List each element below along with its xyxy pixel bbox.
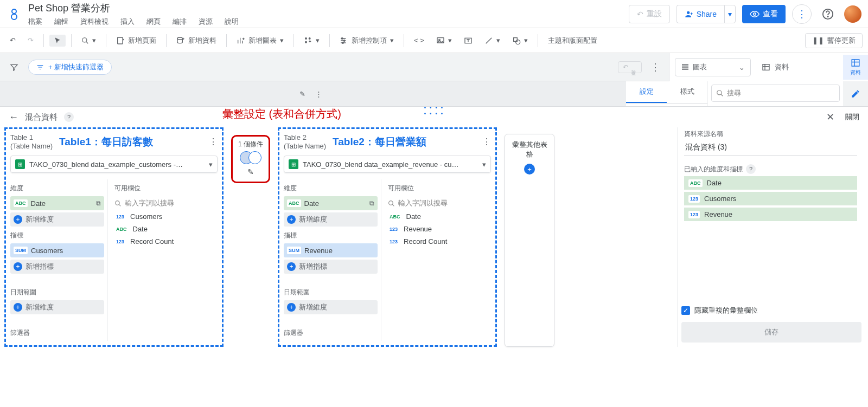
add-daterange-button[interactable]: + 新增維度	[10, 300, 104, 314]
account-avatar[interactable]	[844, 5, 861, 23]
community-viz-button[interactable]: ▾	[299, 34, 324, 47]
table-id-label: Table 2(Table Name)	[284, 133, 326, 150]
menu-arrange[interactable]: 編排	[173, 17, 187, 27]
text-button[interactable]	[459, 34, 477, 47]
add-metric-button[interactable]: + 新增指標	[10, 260, 104, 274]
pointer-tool[interactable]	[49, 35, 66, 47]
output-field-chip[interactable]: ABCDate	[684, 176, 857, 190]
daterange-section-label: 日期範圍	[10, 288, 104, 297]
available-field[interactable]: 123 Cusomers	[114, 210, 218, 223]
canvas-more-icon[interactable]: ⋮	[315, 90, 322, 98]
tab-settings[interactable]: 設定	[626, 81, 667, 103]
menu-help[interactable]: 說明	[225, 17, 239, 27]
aggregate-other-card[interactable]: 彙整其他表格 +	[505, 134, 554, 347]
join-config[interactable]: 1 個條件 ✎	[224, 127, 278, 347]
svg-rect-24	[852, 60, 859, 66]
svg-rect-7	[118, 37, 123, 44]
dimension-section-label: 維度	[284, 184, 378, 193]
embed-button[interactable]: < >	[410, 34, 429, 47]
link-icon: ⧉	[369, 199, 374, 207]
close-button[interactable]: 關閉	[845, 112, 859, 122]
table-annotation: Table1：每日訪客數	[59, 135, 153, 149]
add-control-button[interactable]: 新增控制項 ▾	[335, 34, 398, 48]
reset-small-button[interactable]: ↶重設	[618, 61, 642, 73]
datasource-select[interactable]: ⊞ TAKO_0730_blend data_example_revenue -…	[284, 156, 491, 173]
svg-rect-18	[513, 37, 517, 41]
datasource-name-input[interactable]	[684, 140, 857, 156]
type-badge: ABC	[14, 199, 28, 207]
svg-point-0	[12, 9, 16, 14]
metric-chip[interactable]: SUM Cusomers	[10, 243, 104, 257]
available-field[interactable]: 123 Record Count	[388, 235, 491, 248]
help-button[interactable]	[818, 4, 838, 24]
menu-page[interactable]: 網頁	[146, 17, 161, 27]
reset-button[interactable]: ↶ 重設	[629, 5, 670, 23]
metric-chip[interactable]: SUM Revenue	[284, 243, 378, 257]
undo-button[interactable]: ↶	[5, 34, 20, 47]
table-more-button[interactable]: ⋮	[209, 137, 218, 147]
menu-insert[interactable]: 插入	[120, 17, 135, 27]
available-field[interactable]: 123 Record Count	[114, 235, 218, 248]
check-icon: ✓	[681, 306, 690, 315]
theme-button[interactable]: 主題和版面配置	[544, 34, 602, 48]
tab-style[interactable]: 樣式	[667, 81, 707, 103]
available-field[interactable]: ABC Date	[114, 223, 218, 235]
datasource-select[interactable]: ⊞ TAKO_0730_blend data_example_customers…	[10, 156, 218, 173]
help-icon[interactable]: ?	[64, 112, 74, 122]
view-button[interactable]: 查看	[742, 5, 786, 23]
image-button[interactable]: ▾	[432, 34, 456, 47]
type-badge: 123	[688, 195, 700, 203]
pause-updates-button[interactable]: ❚❚ 暫停更新	[805, 33, 863, 48]
add-data-button[interactable]: 新增資料	[172, 34, 221, 48]
save-button[interactable]: 儲存	[681, 322, 861, 343]
dimension-chip[interactable]: ABC Date ⧉	[10, 196, 104, 210]
output-field-chip[interactable]: 123Cusomers	[684, 192, 857, 205]
svg-point-26	[116, 201, 120, 205]
hide-dup-checkbox[interactable]: ✓ 隱藏重複的彙整欄位	[681, 306, 861, 315]
shape-button[interactable]: ▾	[508, 34, 532, 47]
svg-point-11	[305, 41, 307, 43]
line-button[interactable]: ▾	[480, 34, 505, 47]
filter-more-button[interactable]: ⋮	[647, 61, 663, 73]
menu-view[interactable]: 資料檢視	[80, 17, 108, 27]
svg-rect-23	[763, 64, 769, 70]
redo-button[interactable]: ↷	[23, 34, 38, 47]
close-icon[interactable]: ✕	[826, 111, 834, 123]
back-arrow-icon[interactable]: ←	[9, 112, 18, 123]
available-field[interactable]: ABC Date	[388, 210, 491, 223]
zoom-tool[interactable]: ▾	[77, 34, 100, 47]
add-metric-button[interactable]: + 新增指標	[284, 260, 378, 274]
type-badge: 123	[388, 225, 399, 233]
rail-data-button[interactable]: 資料	[843, 55, 868, 80]
available-search-input[interactable]: 輸入字詞以搜尋	[114, 196, 218, 210]
menu-file[interactable]: 檔案	[28, 17, 42, 27]
share-button[interactable]: Share	[676, 5, 724, 23]
add-daterange-button[interactable]: + 新增維度	[284, 300, 378, 314]
help-icon[interactable]: ?	[746, 164, 756, 174]
table-more-button[interactable]: ⋮	[482, 137, 491, 147]
more-options-button[interactable]: ⋮	[792, 4, 812, 24]
available-search-input[interactable]: 輸入字詞以搜尋	[388, 196, 491, 210]
add-dimension-button[interactable]: + 新增維度	[10, 212, 104, 227]
drag-handle-icon[interactable]: • • • •• • • •	[424, 105, 444, 117]
edit-pencil-icon[interactable]: ✎	[299, 90, 305, 98]
available-field[interactable]: 123 Revenue	[388, 223, 491, 235]
rail-edit-button[interactable]	[843, 81, 868, 106]
svg-point-5	[827, 16, 828, 16]
add-page-button[interactable]: 新增頁面	[112, 34, 161, 48]
eye-icon	[750, 9, 760, 19]
filter-icon[interactable]	[5, 61, 23, 74]
menu-edit[interactable]: 編輯	[54, 17, 68, 27]
plus-icon: +	[14, 215, 22, 224]
output-field-chip[interactable]: 123Revenue	[684, 208, 857, 221]
field-search-input[interactable]: 搜尋	[711, 85, 840, 102]
menu-resource[interactable]: 資源	[199, 17, 213, 27]
doc-title[interactable]: Pet Shop 營業分析	[28, 2, 239, 15]
title-block: Pet Shop 營業分析 檔案 編輯 資料檢視 插入 網頁 編排 資源 說明	[28, 2, 239, 27]
add-chart-button[interactable]: 新增圖表 ▾	[232, 34, 288, 48]
share-dropdown[interactable]: ▾	[724, 5, 736, 23]
dimension-chip[interactable]: ABC Date ⧉	[284, 196, 378, 210]
add-dimension-button[interactable]: + 新增維度	[284, 212, 378, 227]
chart-type-select[interactable]: 圖表 ⌄	[675, 58, 751, 76]
add-quick-filter-button[interactable]: + 新增快速篩選器	[28, 60, 112, 75]
